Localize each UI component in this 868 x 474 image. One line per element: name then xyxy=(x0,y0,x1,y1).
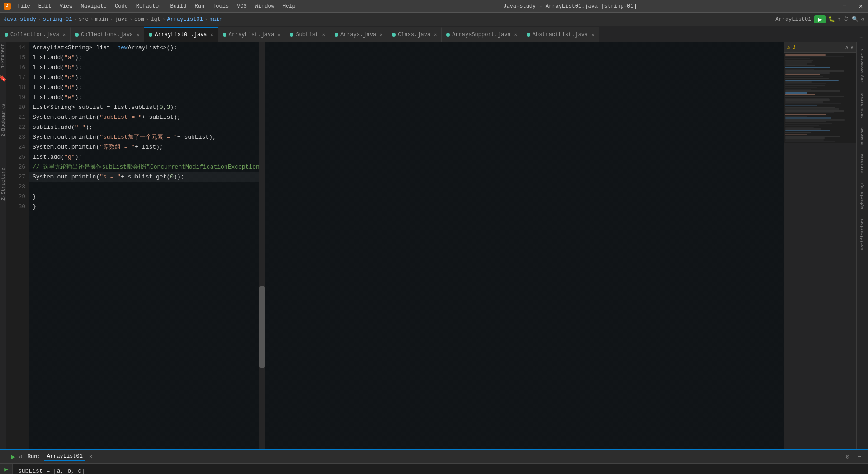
tab-close-sublist[interactable]: ✕ xyxy=(322,32,325,38)
warning-nav-up[interactable]: ∧ xyxy=(845,44,849,51)
code-line[interactable]: } xyxy=(29,192,259,202)
menu-bar[interactable]: File Edit View Navigate Code Refactor Bu… xyxy=(14,2,299,10)
tab-arraylist[interactable]: ArrayList.java ✕ xyxy=(218,27,286,42)
tab-close-arraylist01[interactable]: ✕ xyxy=(211,32,213,38)
breadcrumb-lgt[interactable]: lgt xyxy=(151,16,160,23)
tab-dot xyxy=(223,33,226,37)
code-line[interactable]: list.add("a"); xyxy=(29,53,259,63)
search-icon[interactable]: 🔍 xyxy=(852,16,859,23)
code-line[interactable]: // 这里无论输出还是操作subList都会报错ConcurrentModifi… xyxy=(29,162,259,172)
run-panel-minimize[interactable]: − xyxy=(854,452,864,462)
breadcrumb-project[interactable]: Java-study xyxy=(4,16,36,23)
tabs-overflow[interactable]: ⋯ xyxy=(857,34,866,42)
sidebar-structure[interactable]: Z·Structure xyxy=(0,167,7,202)
menu-tools[interactable]: Tools xyxy=(209,2,232,10)
menu-help[interactable]: Help xyxy=(279,2,299,10)
line-number: 19 xyxy=(6,93,25,103)
breadcrumb-class[interactable]: ArrayList01 xyxy=(167,16,203,23)
line-number: 17 xyxy=(6,73,25,83)
sidebar-bookmarks[interactable]: 2·Bookmarks xyxy=(0,103,7,138)
breadcrumb-module[interactable]: string-01 xyxy=(43,16,72,23)
line-number: 18 xyxy=(6,83,25,93)
menu-file[interactable]: File xyxy=(14,2,34,10)
menu-window[interactable]: Window xyxy=(251,2,278,10)
run-rerun-icon[interactable]: ↺ xyxy=(19,453,22,460)
code-line[interactable]: System.out.println("subList = " + subLis… xyxy=(29,113,259,122)
menu-navigate[interactable]: Navigate xyxy=(77,2,110,10)
code-line[interactable]: subList.add("f"); xyxy=(29,122,259,132)
menu-vcs[interactable]: VCS xyxy=(233,2,250,10)
run-button[interactable]: ▶ xyxy=(814,15,826,23)
sidebar-database[interactable]: Database xyxy=(859,151,866,176)
breadcrumb-main[interactable]: main xyxy=(95,16,108,23)
line-number: 14 xyxy=(6,43,25,53)
menu-edit[interactable]: Edit xyxy=(35,2,55,10)
code-line[interactable]: list.add("g"); xyxy=(29,152,259,162)
sidebar-key-promoter[interactable]: Key Promoter X xyxy=(859,46,866,85)
menu-run[interactable]: Run xyxy=(191,2,208,10)
minimize-button[interactable]: − xyxy=(841,3,848,10)
code-line[interactable]: ArrayList<String> list = new ArrayList<>… xyxy=(29,43,259,53)
code-line[interactable]: list.add("d"); xyxy=(29,83,259,93)
editor-scrollbar[interactable] xyxy=(259,42,265,449)
sidebar-natuchat[interactable]: NatuChatGPT xyxy=(859,89,866,121)
run-panel-settings[interactable]: ⚙ xyxy=(843,452,853,462)
sidebar-notifications[interactable]: Notifications xyxy=(859,216,866,253)
warning-nav-down[interactable]: ∨ xyxy=(850,44,854,51)
close-button[interactable]: ✕ xyxy=(857,3,864,10)
console-output[interactable]: subList = [a, b, c]subList加了一个元素 = [a, b… xyxy=(13,464,868,474)
menu-view[interactable]: View xyxy=(56,2,76,10)
code-line[interactable]: list.add("c"); xyxy=(29,73,259,83)
tab-close-arrays[interactable]: ✕ xyxy=(380,32,382,38)
tab-arraylist01[interactable]: ArrayList01.java ✕ xyxy=(144,27,218,42)
coverage-icon[interactable]: ☂ xyxy=(838,16,841,23)
debug-icon[interactable]: 🐛 xyxy=(828,16,835,23)
code-line[interactable] xyxy=(29,182,259,192)
profile-icon[interactable]: ⏱ xyxy=(844,16,849,23)
code-line[interactable]: list.add("b"); xyxy=(29,63,259,73)
tab-abstractlist[interactable]: AbstractList.java ✕ xyxy=(522,27,599,42)
menu-build[interactable]: Build xyxy=(166,2,190,10)
code-line[interactable]: } xyxy=(29,202,259,212)
tab-close-collection[interactable]: ✕ xyxy=(63,32,66,38)
tab-close-classjava[interactable]: ✕ xyxy=(434,32,437,38)
sidebar-maven[interactable]: m Maven xyxy=(859,125,866,147)
breadcrumb-method[interactable]: main xyxy=(209,16,222,23)
tab-close-collections[interactable]: ✕ xyxy=(137,32,139,38)
title-bar-left: J File Edit View Navigate Code Refactor … xyxy=(4,2,299,10)
breadcrumb-java[interactable]: java xyxy=(115,16,128,23)
line-numbers: 1415161718192021222324252627282930 xyxy=(6,42,29,449)
warning-count: 3 xyxy=(792,44,795,51)
settings-icon[interactable]: ⚙ xyxy=(861,16,864,23)
code-line[interactable]: System.out.println("subList加了一个元素 = " + … xyxy=(29,132,259,142)
tab-arrays[interactable]: Arrays.java ✕ xyxy=(330,27,387,42)
tab-arrayssupport[interactable]: ArraysSupport.java ✕ xyxy=(442,27,522,42)
code-line[interactable]: System.out.println("s = " + subList.get(… xyxy=(29,172,259,182)
run-panel-header: ▶ ↺ Run: ArrayList01 ✕ ⚙ − xyxy=(0,450,868,464)
sidebar-project[interactable]: 1·Project xyxy=(0,42,6,70)
tab-classjava[interactable]: Class.java ✕ xyxy=(387,27,442,42)
menu-code[interactable]: Code xyxy=(111,2,132,10)
tab-close-arrayssupport[interactable]: ✕ xyxy=(514,32,517,38)
run-ctrl-play[interactable]: ▶ xyxy=(4,465,8,473)
tab-collection[interactable]: Collection.java ✕ xyxy=(0,27,71,42)
menu-refactor[interactable]: Refactor xyxy=(132,2,166,10)
code-line[interactable]: list.add("e"); xyxy=(29,93,259,103)
breadcrumb-src[interactable]: src xyxy=(79,16,89,23)
sidebar-mybatis[interactable]: Mybatis SQL xyxy=(859,179,866,211)
code-content[interactable]: ArrayList<String> list = new ArrayList<>… xyxy=(29,42,259,449)
tab-close-arraylist[interactable]: ✕ xyxy=(278,32,280,38)
tab-dot xyxy=(290,33,293,37)
run-play-icon[interactable]: ▶ xyxy=(11,452,15,461)
tab-sublist[interactable]: SubList ✕ xyxy=(285,27,330,42)
tab-collections[interactable]: Collections.java ✕ xyxy=(71,27,144,42)
breadcrumb-com[interactable]: com xyxy=(134,16,144,23)
run-panel-tab[interactable]: ArrayList01 xyxy=(44,452,85,461)
run-panel-close-tab[interactable]: ✕ xyxy=(89,453,92,460)
tab-close-abstractlist[interactable]: ✕ xyxy=(591,32,594,38)
code-line[interactable]: List<String> subList = list.subList(0, 3… xyxy=(29,103,259,113)
line-number: 28 xyxy=(6,182,25,192)
restore-button[interactable]: ❐ xyxy=(849,3,856,10)
code-line[interactable]: System.out.println("原数组 = " + list); xyxy=(29,142,259,152)
run-config-name[interactable]: ArrayList01 xyxy=(775,16,811,23)
